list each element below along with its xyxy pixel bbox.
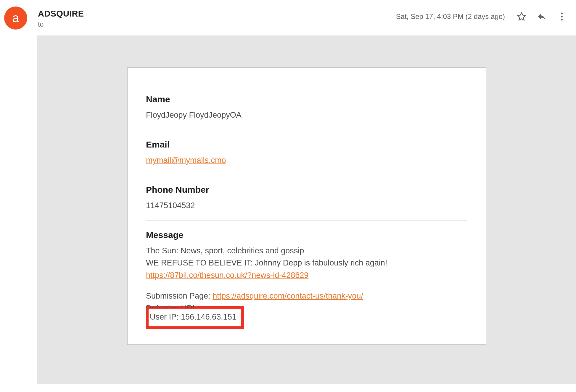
phone-label: Phone Number: [146, 185, 467, 195]
name-field: Name FloydJeopy FloydJeopyOA: [146, 94, 467, 130]
message-label: Message: [146, 230, 467, 240]
header-actions: Sat, Sep 17, 4:03 PM (2 days ago): [396, 11, 568, 22]
sender-name: ADSQUIRE ·: [38, 9, 87, 19]
email-link[interactable]: mymail@mymails.cmo: [146, 156, 226, 165]
email-label: Email: [146, 140, 467, 150]
message-line-2: WE REFUSE TO BELIEVE IT: Johnny Depp is …: [146, 257, 467, 269]
email-body-area: Name FloydJeopy FloydJeopyOA Email mymai…: [37, 35, 576, 384]
email-date: Sat, Sep 17, 4:03 PM (2 days ago): [396, 12, 505, 21]
avatar-letter: a: [12, 11, 19, 25]
user-ip-highlight: User IP: 156.146.63.151: [146, 306, 244, 329]
sender-block: ADSQUIRE · to: [38, 9, 87, 28]
star-icon[interactable]: [516, 11, 527, 22]
email-header: a ADSQUIRE · to Sat, Sep 17, 4:03 PM (2 …: [0, 0, 576, 35]
reply-icon[interactable]: [536, 11, 548, 22]
submission-line: Submission Page: https://adsquire.com/co…: [146, 290, 467, 302]
message-line-1: The Sun: News, sport, celebrities and go…: [146, 245, 467, 257]
message-link-1[interactable]: https://87bil.co/thesun.co.uk/?news-id-4…: [146, 271, 308, 280]
recipient-line[interactable]: to: [38, 20, 87, 28]
message-field: Message The Sun: News, sport, celebritie…: [146, 230, 467, 329]
more-icon[interactable]: [556, 11, 568, 22]
svg-point-3: [561, 19, 563, 21]
name-value: FloydJeopy FloydJeopyOA: [146, 109, 467, 122]
svg-point-1: [561, 13, 563, 14]
phone-field: Phone Number 11475104532: [146, 185, 467, 221]
user-ip-line: User IP: 156.146.63.151: [150, 312, 236, 321]
referring-line: Referring URL:: [146, 302, 467, 308]
email-card: Name FloydJeopy FloydJeopyOA Email mymai…: [127, 67, 486, 345]
submission-link[interactable]: https://adsquire.com/contact-us/thank-yo…: [213, 291, 363, 300]
avatar: a: [4, 7, 27, 30]
svg-marker-0: [518, 13, 526, 20]
email-field: Email mymail@mymails.cmo: [146, 140, 467, 175]
phone-value: 11475104532: [146, 200, 467, 212]
svg-point-2: [561, 16, 563, 17]
name-label: Name: [146, 94, 467, 104]
